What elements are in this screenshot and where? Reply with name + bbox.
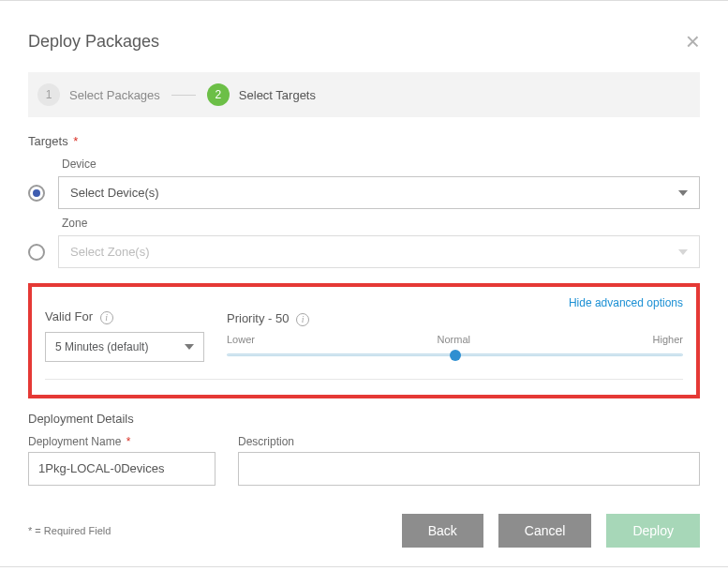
deployment-details-section: Deployment Details Deployment Name * Des… xyxy=(28,412,700,486)
device-label: Device xyxy=(62,158,700,171)
deploy-packages-dialog: Deploy Packages × 1 Select Packages 2 Se… xyxy=(0,0,728,567)
priority-label: Priority - 50 i xyxy=(227,311,683,326)
targets-section-label: Targets * xyxy=(28,134,700,148)
valid-for-label: Valid For i xyxy=(45,309,204,324)
dialog-footer: * = Required Field Back Cancel Deploy xyxy=(28,514,700,548)
divider xyxy=(45,379,683,380)
deployment-name-input[interactable] xyxy=(28,452,215,486)
step-2-label: Select Targets xyxy=(239,88,316,102)
priority-slider-labels: Lower Normal Higher xyxy=(227,334,683,345)
description-label: Description xyxy=(238,435,700,448)
required-asterisk: * xyxy=(73,134,78,148)
valid-for-value: 5 Minutes (default) xyxy=(55,340,148,353)
info-icon[interactable]: i xyxy=(100,311,113,324)
zone-label: Zone xyxy=(62,217,700,230)
priority-group: Priority - 50 i Lower Normal Higher xyxy=(227,311,683,362)
chevron-down-icon xyxy=(678,249,688,255)
close-icon[interactable]: × xyxy=(686,29,700,53)
info-icon[interactable]: i xyxy=(296,313,309,326)
valid-for-group: Valid For i 5 Minutes (default) xyxy=(45,309,204,362)
chevron-down-icon xyxy=(678,190,688,196)
slider-label-lower: Lower xyxy=(227,334,255,345)
step-1-label: Select Packages xyxy=(69,88,160,102)
valid-for-select[interactable]: 5 Minutes (default) xyxy=(45,332,204,362)
deployment-details-label: Deployment Details xyxy=(28,412,700,426)
advanced-options-section: Hide advanced options Valid For i 5 Minu… xyxy=(28,283,700,398)
chevron-down-icon xyxy=(185,344,194,350)
dialog-header: Deploy Packages × xyxy=(28,20,700,72)
back-button[interactable]: Back xyxy=(402,514,483,548)
step-select-packages[interactable]: 1 Select Packages xyxy=(37,83,160,106)
priority-slider[interactable] xyxy=(227,349,683,362)
step-2-circle: 2 xyxy=(207,83,230,106)
required-note: * = Required Field xyxy=(28,525,111,536)
zone-select[interactable]: Select Zone(s) xyxy=(58,235,700,268)
footer-buttons: Back Cancel Deploy xyxy=(402,514,700,548)
slider-thumb[interactable] xyxy=(450,350,461,361)
description-input[interactable] xyxy=(238,452,700,486)
step-connector xyxy=(171,95,196,96)
device-select-placeholder: Select Device(s) xyxy=(70,186,159,200)
deployment-name-label: Deployment Name * xyxy=(28,435,215,448)
zone-select-placeholder: Select Zone(s) xyxy=(70,245,150,259)
dialog-title: Deploy Packages xyxy=(28,32,159,52)
step-select-targets[interactable]: 2 Select Targets xyxy=(207,83,316,106)
device-radio[interactable] xyxy=(28,185,45,202)
slider-label-higher: Higher xyxy=(653,334,683,345)
hide-advanced-options-link[interactable]: Hide advanced options xyxy=(569,296,683,309)
deploy-button[interactable]: Deploy xyxy=(606,514,700,548)
deployment-name-group: Deployment Name * xyxy=(28,435,215,486)
step-1-circle: 1 xyxy=(37,83,60,106)
cancel-button[interactable]: Cancel xyxy=(498,514,592,548)
wizard-stepper: 1 Select Packages 2 Select Targets xyxy=(28,72,700,117)
zone-radio[interactable] xyxy=(28,244,45,261)
device-select[interactable]: Select Device(s) xyxy=(58,176,700,209)
description-group: Description xyxy=(238,435,700,486)
required-asterisk: * xyxy=(126,435,131,448)
slider-label-normal: Normal xyxy=(438,334,470,345)
